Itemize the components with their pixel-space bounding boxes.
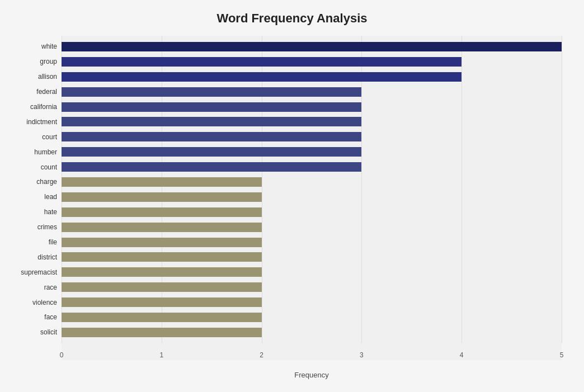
bar bbox=[62, 297, 262, 307]
bar-row: race bbox=[62, 282, 562, 292]
bar-label: hate bbox=[6, 208, 62, 216]
bar bbox=[62, 42, 562, 51]
chart-container: Word Frequency Analysis Frequency 012345… bbox=[0, 0, 584, 392]
x-tick: 1 bbox=[159, 351, 163, 359]
bar bbox=[62, 267, 262, 277]
bar-row: lead bbox=[62, 192, 562, 202]
bar-label: supremacist bbox=[6, 268, 62, 276]
bar-label: district bbox=[6, 253, 62, 261]
bar bbox=[62, 177, 262, 187]
bar bbox=[62, 313, 262, 322]
bar bbox=[62, 117, 361, 126]
x-tick: 2 bbox=[260, 351, 263, 359]
bar-row: group bbox=[62, 57, 562, 67]
bar-label: crimes bbox=[6, 223, 62, 231]
bar-label: race bbox=[6, 284, 62, 291]
bar-row: charge bbox=[62, 177, 562, 187]
bar-label: indictment bbox=[6, 118, 62, 126]
bar-label: face bbox=[6, 313, 62, 321]
bar-row: federal bbox=[62, 87, 562, 97]
bar-row: file bbox=[62, 238, 562, 247]
x-axis-label: Frequency bbox=[294, 371, 328, 379]
bar bbox=[62, 252, 262, 262]
bar-label: count bbox=[6, 163, 62, 171]
bar-label: allison bbox=[6, 73, 62, 81]
chart-area: Frequency 012345whitegroupallisonfederal… bbox=[62, 36, 562, 360]
bar-row: violence bbox=[62, 297, 562, 307]
grid-line bbox=[562, 36, 562, 343]
x-tick: 4 bbox=[460, 351, 464, 359]
bar-row: white bbox=[62, 42, 562, 51]
bar bbox=[62, 72, 461, 82]
bar bbox=[62, 57, 461, 67]
bar-row: count bbox=[62, 162, 562, 172]
bar-row: allison bbox=[62, 72, 562, 82]
bar-row: crimes bbox=[62, 223, 562, 232]
bar bbox=[62, 132, 361, 141]
bar-label: violence bbox=[6, 299, 62, 306]
bar-row: indictment bbox=[62, 117, 562, 126]
bar-row: court bbox=[62, 132, 562, 141]
bar bbox=[62, 238, 262, 247]
x-tick: 5 bbox=[560, 351, 564, 359]
bar-row: supremacist bbox=[62, 267, 562, 277]
bar-row: california bbox=[62, 102, 562, 112]
bar bbox=[62, 207, 262, 217]
bar-label: solicit bbox=[6, 328, 62, 336]
bar-label: court bbox=[6, 133, 62, 141]
bar-label: federal bbox=[6, 88, 62, 96]
bar-label: white bbox=[6, 42, 62, 50]
bar bbox=[62, 102, 361, 112]
bar-label: california bbox=[6, 103, 62, 111]
bar-label: lead bbox=[6, 193, 62, 201]
bar-row: hate bbox=[62, 207, 562, 217]
bar bbox=[62, 87, 361, 97]
bar-row: humber bbox=[62, 147, 562, 157]
bar bbox=[62, 162, 361, 172]
bar bbox=[62, 328, 262, 337]
bar bbox=[62, 282, 262, 292]
bar-label: humber bbox=[6, 148, 62, 156]
bar bbox=[62, 192, 262, 202]
x-tick: 3 bbox=[360, 351, 364, 359]
bar-label: group bbox=[6, 58, 62, 65]
bar-row: solicit bbox=[62, 328, 562, 337]
x-tick: 0 bbox=[60, 351, 64, 359]
chart-title: Word Frequency Analysis bbox=[22, 11, 562, 26]
bar-label: charge bbox=[6, 178, 62, 186]
bar bbox=[62, 223, 262, 232]
bar-row: face bbox=[62, 313, 562, 322]
bar bbox=[62, 147, 361, 157]
bar-label: file bbox=[6, 238, 62, 246]
bar-row: district bbox=[62, 252, 562, 262]
